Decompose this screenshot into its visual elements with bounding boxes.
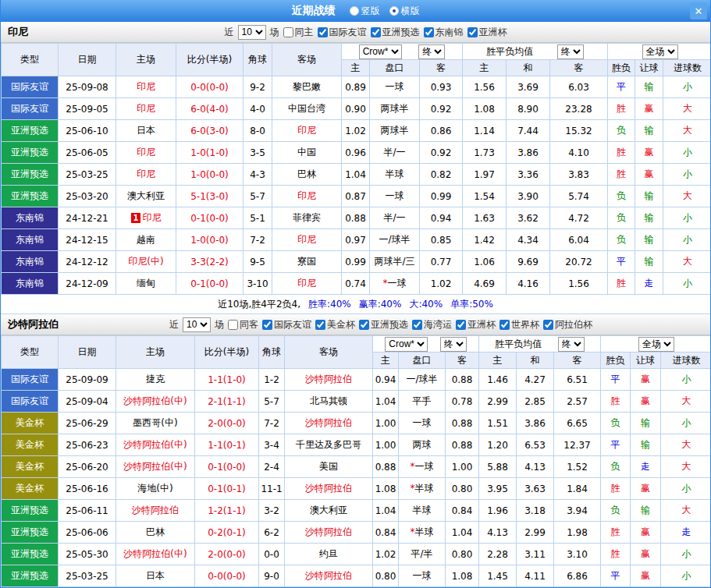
handicap-cell: 两球	[399, 434, 446, 456]
league-filter[interactable]: 美金杯	[315, 318, 355, 331]
avg-loss-cell: 4.72	[550, 207, 608, 229]
corners-cell: 8-0	[244, 120, 272, 142]
league-filter[interactable]: 世界杯	[499, 318, 539, 331]
league-checkbox[interactable]	[499, 320, 510, 330]
scope-select[interactable]: 全场	[638, 337, 674, 352]
handicap-result-cell: 输	[631, 434, 661, 456]
team-section-saudi-arabia: 沙特阿拉伯 近 10 场 同客 国际友谊美金杯亚洲预选海湾运亚洲杯世界杯阿拉伯杯	[1, 314, 710, 587]
league-checkbox[interactable]	[315, 320, 325, 330]
league-filter[interactable]: 亚洲杯	[456, 318, 496, 331]
avg-loss-cell: 6.65	[554, 413, 601, 434]
away-team-name: 印尼	[297, 234, 316, 245]
home-odds-cell: 0.96	[342, 142, 370, 164]
league-checkbox[interactable]	[371, 27, 381, 37]
league-checkbox[interactable]	[467, 27, 478, 37]
corners-cell: 9-2	[244, 76, 272, 98]
match-row: 国际友谊25-09-05印尼6-0(4-0)4-0中国台湾0.90两球半0.92…	[2, 98, 711, 120]
home-team-name: 印尼	[137, 168, 155, 179]
league-filter[interactable]: 国际友谊	[262, 318, 311, 331]
away-team-cell: 印尼	[272, 229, 342, 251]
avg-stage-select[interactable]: 终	[557, 44, 584, 59]
league-filter[interactable]: 海湾运	[412, 318, 452, 331]
avg-loss-cell: 6.04	[550, 229, 608, 251]
vertical-layout-radio[interactable]: 竖版	[350, 5, 380, 18]
avg-win-cell: 3.95	[479, 478, 517, 500]
league-label: 国际友谊	[329, 26, 367, 39]
corners-cell: 2-4	[259, 456, 285, 478]
away-team-cell: 沙特阿拉伯	[285, 522, 373, 544]
subcol-home-odds: 主	[373, 352, 399, 369]
league-filter[interactable]: 亚洲杯	[467, 26, 507, 39]
handicap-cell: 平手	[399, 391, 446, 413]
league-checkbox[interactable]	[318, 27, 328, 37]
league-checkbox[interactable]	[262, 320, 272, 330]
odds-stage-select[interactable]: 终	[440, 337, 467, 352]
match-row: 国际友谊25-09-04沙特阿拉伯(中)2-1(1-1)5-7北马其顿1.04平…	[2, 391, 711, 413]
avg-stage-select[interactable]: 终	[558, 337, 585, 352]
scope-select[interactable]: 全场	[642, 44, 678, 59]
summary-row: 近10场,胜4平2负4, 胜率:40% 赢率:40% 大:40% 单率:50%	[1, 295, 710, 314]
filter-bar: 近 10 场 同客 国际友谊美金杯亚洲预选海湾运亚洲杯世界杯阿拉伯杯	[59, 317, 703, 332]
summary-over-rate: 大:40%	[409, 298, 443, 311]
league-filter[interactable]: 东南锦	[424, 26, 464, 39]
horizontal-layout-radio[interactable]: 横版	[389, 5, 420, 18]
league-checkbox[interactable]	[412, 320, 422, 330]
league-filter[interactable]: 亚洲预选	[371, 26, 420, 39]
handicap-cell: 半/一	[370, 142, 420, 164]
date-cell: 25-09-08	[59, 76, 116, 98]
competition-cell: 东南锦	[2, 251, 59, 273]
away-team-cell: 千里达及多巴哥	[285, 434, 373, 456]
away-team-name: 澳大利亚	[310, 505, 347, 515]
competition-cell: 美金杯	[2, 478, 59, 500]
avg-draw-cell: 3.63	[517, 478, 554, 500]
away-odds-cell: 0.99	[420, 186, 463, 207]
same-venue-checkbox[interactable]	[228, 320, 238, 330]
radio-icon[interactable]	[350, 6, 359, 16]
match-count-select[interactable]: 10	[183, 317, 211, 332]
competition-cell: 亚洲预选	[2, 164, 59, 186]
result-cell: 负	[601, 500, 631, 522]
away-team-name: 中国	[297, 147, 316, 158]
col-corner: 角球	[259, 336, 285, 369]
handicap-result-cell: 输	[635, 251, 663, 273]
close-button[interactable]: ✕	[690, 2, 707, 19]
league-filter[interactable]: 亚洲预选	[359, 318, 408, 331]
league-filter[interactable]: 国际友谊	[318, 26, 367, 39]
league-label: 美金杯	[327, 318, 355, 331]
competition-cell: 东南锦	[2, 207, 59, 229]
league-label: 世界杯	[511, 318, 539, 331]
odds-company-select[interactable]: Crow*	[359, 44, 402, 59]
near-label: 近	[169, 318, 179, 331]
date-cell: 25-06-05	[59, 142, 116, 164]
home-team-cell: 沙特阿拉伯(中)	[116, 434, 195, 456]
goals-result-cell: 小	[663, 142, 711, 164]
avg-win-cell: 1.96	[479, 500, 517, 522]
handicap-result-cell: 走	[631, 456, 661, 478]
same-venue-checkbox[interactable]	[283, 27, 293, 37]
away-team-name: 沙特阿拉伯	[305, 483, 352, 494]
home-odds-cell: 0.88	[373, 456, 399, 478]
league-checkbox[interactable]	[456, 320, 466, 330]
avg-win-cell: 1.51	[479, 413, 517, 434]
league-checkbox[interactable]	[359, 320, 369, 330]
league-checkbox[interactable]	[543, 320, 553, 330]
handicap-result-cell: 赢	[631, 565, 661, 587]
subcol-handicap-result: 让球	[631, 352, 661, 369]
team-band: 印尼 近 10 场 同主 国际友谊亚洲预选东南锦亚洲杯	[1, 22, 710, 43]
away-handicap-star: *	[411, 526, 415, 537]
same-venue-filter[interactable]: 同主	[283, 26, 314, 39]
competition-cell: 亚洲预选	[2, 500, 59, 522]
result-cell: 负	[601, 456, 631, 478]
match-count-select[interactable]: 10	[238, 25, 266, 40]
league-checkbox[interactable]	[424, 27, 434, 37]
corners-cell: 4-0	[244, 98, 272, 120]
same-venue-filter[interactable]: 同客	[228, 318, 258, 331]
radio-selected-icon[interactable]	[389, 6, 399, 16]
date-cell: 25-09-04	[59, 391, 116, 413]
league-filter[interactable]: 阿拉伯杯	[543, 318, 592, 331]
subcol-avg-draw: 和	[507, 60, 550, 76]
subcol-avg-loss: 客	[554, 352, 601, 369]
odds-stage-select[interactable]: 终	[418, 44, 445, 59]
odds-company-select[interactable]: Crow*	[385, 337, 428, 352]
handicap-result-cell: 输	[635, 186, 663, 207]
